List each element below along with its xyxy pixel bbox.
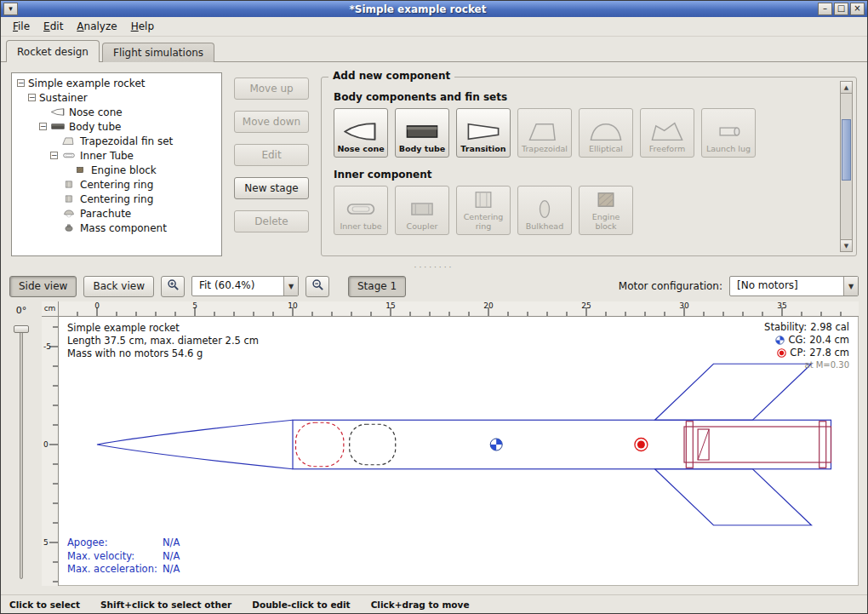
tree-action-buttons: Move upMove downEditNew stageDelete [234, 72, 309, 256]
tree-expander-icon[interactable]: − [28, 94, 36, 101]
tree-expander-icon[interactable]: − [39, 123, 47, 130]
zoom-out-button[interactable] [306, 276, 329, 297]
tree-item-centering-ring[interactable]: Centering ring [14, 177, 220, 192]
v-ruler-svg: -505 [42, 317, 59, 586]
panel-splitter[interactable]: ········ [1, 263, 867, 271]
svg-text:5: 5 [192, 301, 197, 310]
menu-file[interactable]: File [6, 18, 37, 35]
horizontal-ruler: 05101520253035 [59, 301, 859, 317]
tree-item-parachute[interactable]: Parachute [14, 206, 220, 221]
tree-item-centering-ring[interactable]: Centering ring [14, 192, 220, 206]
fin-trapezoidal-icon [61, 136, 77, 146]
comp-button-inner-tube[interactable]: Inner tube [334, 186, 388, 235]
menubar: FileEditAnalyzeHelp [1, 17, 867, 37]
component-scrollbar[interactable]: ▲ ▼ [840, 81, 853, 252]
motor-configuration-select[interactable]: [No motors] ▼ [729, 276, 859, 296]
rocket-drawing-area[interactable]: Simple example rocket Length 37.5 cm, ma… [59, 317, 859, 586]
zoom-in-button[interactable] [161, 276, 185, 297]
chevron-down-icon[interactable]: ▼ [283, 277, 298, 296]
flight-stat-row: Apogee:N/A [67, 537, 180, 550]
flight-stat-label: Max. acceleration: [67, 563, 163, 577]
tab-bar: Rocket designFlight simulations [1, 37, 867, 62]
motor-configuration-label: Motor configuration: [619, 280, 722, 292]
window-controls: –□× [818, 3, 865, 15]
comp-button-transition[interactable]: Transition [456, 108, 511, 158]
tree-item-nose-cone[interactable]: Nose cone [14, 105, 220, 119]
tab-flight-simulations[interactable]: Flight simulations [102, 43, 214, 62]
rotation-slider[interactable] [1, 324, 42, 582]
rocket-mass: Mass with no motors 54.6 g [67, 347, 259, 360]
app-window: ▾ *Simple example rocket –□× FileEditAna… [0, 0, 868, 614]
zoom-value: Fit (60.4%) [192, 277, 283, 296]
tree-item-label: Mass component [80, 222, 167, 234]
component-tree[interactable]: −Simple example rocket−SustainerNose con… [11, 72, 222, 256]
tree-expander-icon[interactable]: − [17, 79, 25, 87]
tree-item-mass-component[interactable]: Mass component [14, 221, 220, 235]
scroll-up-icon[interactable]: ▲ [841, 82, 852, 94]
tree-item-simple-example-rocket[interactable]: −Simple example rocket [14, 76, 220, 90]
rocket-info: Simple example rocket Length 37.5 cm, ma… [67, 322, 259, 360]
chevron-down-icon[interactable]: ▼ [843, 277, 858, 296]
motor-configuration-value: [No motors] [730, 277, 843, 296]
scroll-down-icon[interactable]: ▼ [841, 239, 852, 251]
minimize-button[interactable]: – [818, 3, 832, 15]
comp-button-nose-cone[interactable]: Nose cone [334, 108, 388, 158]
rotation-value: 0° [1, 301, 42, 316]
comp-button-centering-ring[interactable]: Centering ring [456, 186, 511, 235]
splitter-handle-icon: ········ [414, 265, 454, 270]
comp-button-label: Nose cone [337, 145, 384, 153]
side-view-button[interactable]: Side view [9, 276, 77, 297]
menu-edit[interactable]: Edit [37, 18, 70, 35]
comp-button-label: Inner tube [340, 222, 381, 231]
tree-item-trapezoidal-fin-set[interactable]: Trapezoidal fin set [14, 134, 220, 148]
rotation-slider-handle[interactable] [14, 325, 29, 333]
statusbar: Click to selectShift+click to select oth… [1, 594, 867, 613]
close-button[interactable]: × [850, 3, 865, 15]
comp-button-launch-lug[interactable]: Launch lug [701, 108, 756, 158]
add-component-title: Add new component [328, 70, 454, 82]
edit-button[interactable]: Edit [234, 144, 309, 166]
comp-button-elliptical[interactable]: Elliptical [579, 108, 633, 158]
zoom-in-icon [167, 278, 180, 294]
comp-button-engine-block[interactable]: Engine block [579, 186, 633, 235]
tree-item-body-tube[interactable]: −Body tube [14, 119, 220, 134]
comp-button-label: Body tube [399, 145, 446, 153]
svg-text:35: 35 [777, 301, 786, 310]
zoom-select[interactable]: Fit (60.4%) ▼ [191, 276, 299, 296]
stability-value: 2.98 cal [810, 321, 849, 334]
comp-button-body-tube[interactable]: Body tube [395, 108, 449, 158]
menu-help[interactable]: Help [124, 18, 161, 35]
comp-button-label: Centering ring [459, 213, 508, 231]
move-up-button[interactable]: Move up [234, 77, 309, 100]
tab-rocket-design[interactable]: Rocket design [6, 40, 100, 62]
move-down-button[interactable]: Move down [234, 111, 309, 133]
back-view-button[interactable]: Back view [83, 276, 154, 297]
comp-button-trapezoidal[interactable]: Trapezoidal [517, 108, 572, 158]
window-menu-icon[interactable]: ▾ [3, 3, 18, 15]
flight-stat-label: Apogee: [67, 537, 163, 550]
comp-button-freeform[interactable]: Freeform [640, 108, 694, 158]
tree-item-label: Sustainer [39, 92, 88, 104]
rotation-slider-track[interactable] [20, 327, 23, 579]
ruler-unit-label: cm [42, 301, 59, 317]
tree-item-inner-tube[interactable]: −Inner Tube [14, 148, 220, 163]
tree-item-label: Parachute [80, 208, 131, 220]
tree-item-engine-block[interactable]: Engine block [14, 163, 220, 177]
rotation-control: 0° [1, 301, 42, 594]
tree-expander-icon[interactable]: − [50, 152, 58, 159]
bulkhead-icon [526, 198, 563, 221]
engine-block-icon [72, 165, 88, 175]
menu-analyze[interactable]: Analyze [70, 18, 123, 35]
maximize-button[interactable]: □ [834, 3, 848, 15]
new-stage-button[interactable]: New stage [234, 177, 309, 199]
comp-button-coupler[interactable]: Coupler [395, 186, 449, 235]
tree-item-label: Trapezoidal fin set [80, 135, 173, 147]
scrollbar-thumb[interactable] [842, 119, 851, 181]
flight-stat-row: Max. acceleration:N/A [67, 563, 180, 577]
comp-button-bulkhead[interactable]: Bulkhead [517, 186, 572, 235]
centering-ring-icon [61, 180, 77, 189]
cp-value: 27.8 cm [809, 347, 849, 359]
delete-button[interactable]: Delete [234, 210, 309, 232]
stage-1-toggle[interactable]: Stage 1 [348, 276, 406, 297]
tree-item-sustainer[interactable]: −Sustainer [14, 90, 220, 105]
